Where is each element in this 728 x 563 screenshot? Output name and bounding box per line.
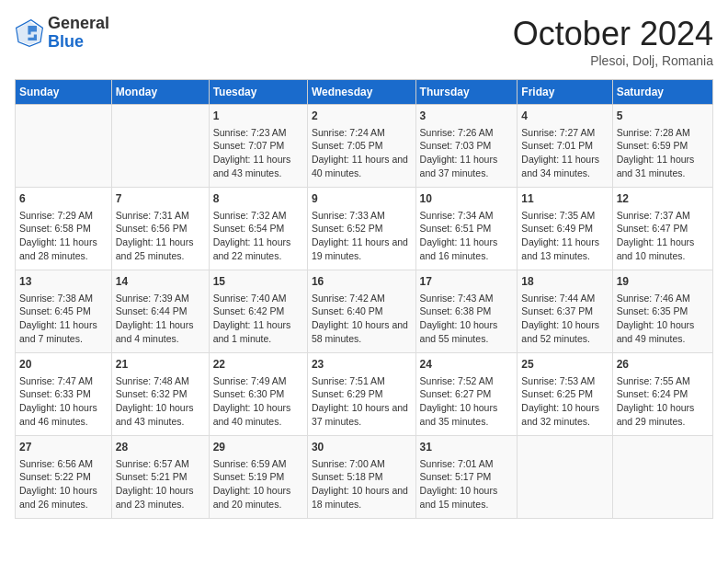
day-detail: Sunrise: 7:35 AM [521, 209, 608, 223]
day-detail: Sunrise: 6:56 AM [19, 457, 108, 471]
calendar-cell: 10Sunrise: 7:34 AMSunset: 6:51 PMDayligh… [415, 188, 518, 270]
logo-general-text: General [48, 14, 109, 32]
day-number: 26 [617, 357, 709, 373]
calendar-cell: 13Sunrise: 7:38 AMSunset: 6:45 PMDayligh… [16, 270, 112, 353]
day-number: 11 [521, 191, 608, 207]
day-number: 18 [521, 274, 608, 290]
day-detail: Daylight: 11 hours and 1 minute. [213, 318, 303, 345]
day-detail: Daylight: 10 hours and 20 minutes. [213, 484, 303, 511]
day-detail: Sunrise: 7:28 AM [617, 126, 709, 140]
day-detail: Sunset: 6:25 PM [521, 387, 608, 401]
day-detail: Daylight: 11 hours and 22 minutes. [213, 236, 303, 262]
calendar-week-row: 13Sunrise: 7:38 AMSunset: 6:45 PMDayligh… [16, 270, 713, 353]
calendar-cell [518, 436, 612, 519]
day-number: 13 [19, 274, 108, 290]
day-detail: Sunset: 6:54 PM [213, 222, 303, 236]
day-detail: Daylight: 11 hours and 25 minutes. [116, 236, 205, 262]
day-detail: Daylight: 10 hours and 18 minutes. [312, 484, 412, 511]
day-detail: Daylight: 11 hours and 34 minutes. [521, 153, 608, 179]
day-of-week-header: Tuesday [209, 80, 307, 105]
day-detail: Sunset: 6:45 PM [19, 304, 108, 318]
day-number: 23 [312, 357, 412, 373]
day-number: 21 [116, 357, 205, 373]
day-detail: Sunrise: 7:42 AM [312, 292, 412, 305]
day-number: 1 [213, 109, 303, 124]
day-detail: Sunset: 6:44 PM [116, 304, 205, 318]
day-number: 27 [19, 440, 108, 455]
day-detail: Daylight: 10 hours and 35 minutes. [420, 401, 514, 428]
day-detail: Sunset: 6:42 PM [213, 304, 303, 318]
page-header: General Blue October 2024 Plesoi, Dolj, … [15, 15, 713, 68]
day-detail: Daylight: 10 hours and 52 minutes. [521, 318, 608, 345]
day-detail: Sunrise: 7:24 AM [312, 126, 412, 140]
calendar-cell: 3Sunrise: 7:26 AMSunset: 7:03 PMDaylight… [415, 105, 518, 188]
calendar-cell [111, 105, 209, 188]
day-detail: Sunset: 5:17 PM [420, 470, 514, 484]
calendar-table: SundayMondayTuesdayWednesdayThursdayFrid… [15, 79, 713, 519]
day-detail: Sunrise: 7:23 AM [213, 126, 303, 140]
day-detail: Daylight: 10 hours and 23 minutes. [116, 484, 205, 511]
day-detail: Sunset: 6:59 PM [617, 139, 709, 153]
day-number: 9 [312, 191, 412, 207]
day-detail: Sunset: 5:19 PM [213, 470, 303, 484]
day-detail: Daylight: 10 hours and 37 minutes. [312, 401, 412, 428]
day-detail: Sunrise: 7:49 AM [213, 374, 303, 388]
day-detail: Sunrise: 7:31 AM [116, 209, 205, 223]
day-detail: Sunrise: 7:44 AM [521, 292, 608, 305]
day-detail: Sunset: 6:47 PM [617, 222, 709, 236]
calendar-cell: 14Sunrise: 7:39 AMSunset: 6:44 PMDayligh… [111, 270, 209, 353]
calendar-cell: 30Sunrise: 7:00 AMSunset: 5:18 PMDayligh… [307, 436, 415, 519]
day-number: 14 [116, 274, 205, 290]
day-detail: Sunset: 7:03 PM [420, 139, 514, 153]
day-number: 3 [420, 109, 514, 124]
day-number: 22 [213, 357, 303, 373]
day-detail: Sunrise: 7:32 AM [213, 209, 303, 223]
day-detail: Daylight: 10 hours and 58 minutes. [312, 318, 412, 345]
day-detail: Sunrise: 7:38 AM [19, 292, 108, 305]
calendar-cell: 11Sunrise: 7:35 AMSunset: 6:49 PMDayligh… [518, 188, 612, 270]
day-detail: Sunset: 6:32 PM [116, 387, 205, 401]
day-detail: Daylight: 10 hours and 26 minutes. [19, 484, 108, 511]
day-detail: Sunrise: 6:57 AM [116, 457, 205, 471]
day-detail: Sunrise: 7:00 AM [312, 457, 412, 471]
day-detail: Sunset: 7:01 PM [521, 139, 608, 153]
day-detail: Daylight: 10 hours and 49 minutes. [617, 318, 709, 345]
day-detail: Sunrise: 7:48 AM [116, 374, 205, 388]
day-detail: Sunrise: 7:27 AM [521, 126, 608, 140]
day-of-week-header: Saturday [612, 80, 712, 105]
day-detail: Sunrise: 7:39 AM [116, 292, 205, 305]
calendar-cell: 23Sunrise: 7:51 AMSunset: 6:29 PMDayligh… [307, 353, 415, 436]
day-detail: Sunrise: 7:33 AM [312, 209, 412, 223]
title-block: October 2024 Plesoi, Dolj, Romania [513, 15, 713, 68]
day-number: 7 [116, 191, 205, 207]
day-number: 8 [213, 191, 303, 207]
day-number: 10 [420, 191, 514, 207]
day-number: 19 [617, 274, 709, 290]
calendar-week-row: 27Sunrise: 6:56 AMSunset: 5:22 PMDayligh… [16, 436, 713, 519]
day-number: 15 [213, 274, 303, 290]
day-number: 2 [312, 109, 412, 124]
day-detail: Sunset: 6:56 PM [116, 222, 205, 236]
calendar-cell: 18Sunrise: 7:44 AMSunset: 6:37 PMDayligh… [518, 270, 612, 353]
calendar-cell: 26Sunrise: 7:55 AMSunset: 6:24 PMDayligh… [612, 353, 712, 436]
day-detail: Sunset: 6:51 PM [420, 222, 514, 236]
calendar-cell: 1Sunrise: 7:23 AMSunset: 7:07 PMDaylight… [209, 105, 307, 188]
day-number: 6 [19, 191, 108, 207]
day-detail: Sunrise: 7:51 AM [312, 374, 412, 388]
calendar-cell: 17Sunrise: 7:43 AMSunset: 6:38 PMDayligh… [415, 270, 518, 353]
day-detail: Daylight: 11 hours and 28 minutes. [19, 236, 108, 262]
calendar-cell: 9Sunrise: 7:33 AMSunset: 6:52 PMDaylight… [307, 188, 415, 270]
calendar-cell [612, 436, 712, 519]
logo-icon [15, 18, 44, 48]
day-detail: Sunset: 6:40 PM [312, 304, 412, 318]
day-detail: Daylight: 10 hours and 15 minutes. [420, 484, 514, 511]
location: Plesoi, Dolj, Romania [513, 53, 713, 68]
day-detail: Daylight: 10 hours and 29 minutes. [617, 401, 709, 428]
day-detail: Sunset: 6:27 PM [420, 387, 514, 401]
day-detail: Sunrise: 7:37 AM [617, 209, 709, 223]
day-detail: Sunset: 6:35 PM [617, 304, 709, 318]
calendar-cell: 24Sunrise: 7:52 AMSunset: 6:27 PMDayligh… [415, 353, 518, 436]
day-detail: Daylight: 11 hours and 13 minutes. [521, 236, 608, 262]
calendar-week-row: 6Sunrise: 7:29 AMSunset: 6:58 PMDaylight… [16, 188, 713, 270]
day-detail: Sunrise: 7:26 AM [420, 126, 514, 140]
